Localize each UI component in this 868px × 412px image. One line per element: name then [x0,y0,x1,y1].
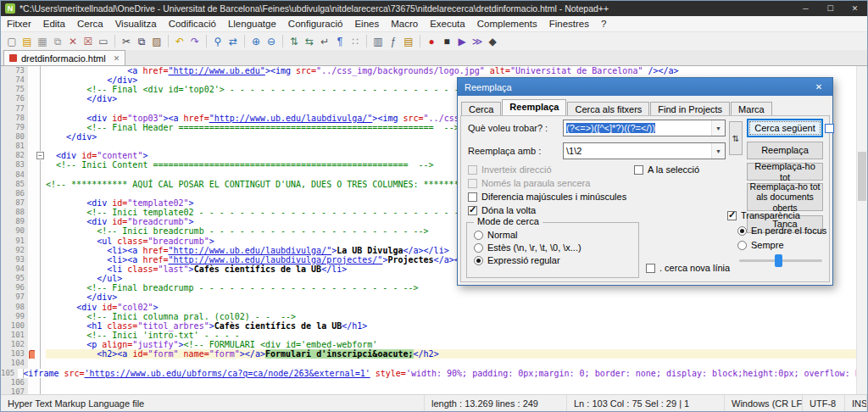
find-icon[interactable]: ⚲ [210,34,225,48]
code-line-97[interactable]: 97 </div> [1,292,867,302]
show-all-chars-icon[interactable]: ¶ [332,34,348,48]
menu-item-eines[interactable]: Eines [348,19,385,29]
tab-dretdinformacio[interactable]: dretdinformacio.html ✕ [3,50,125,65]
code-line-98[interactable]: 98 <div id="col02"> [1,303,867,312]
close-all-icon[interactable]: ☒ [81,34,96,48]
menu-item-executa[interactable]: Executa [424,19,471,29]
menu-bar: FitxerEditaCercaVisualitzaCodificacióLle… [1,16,867,32]
scrollbar-thumb[interactable] [858,152,866,201]
replace-all-open-docs-button[interactable]: Reemplaça-ho tot als documents oberts [747,183,823,211]
menu-item-?[interactable]: ? [595,19,612,29]
code-line-105[interactable]: 105 <iframe src='https://www.ub.edu/ubfo… [1,369,867,378]
transparency-on-focus-loss-radio[interactable]: En perdre el focus [737,225,826,236]
dialog-tab-reempla-a[interactable]: Reemplaça [502,99,566,116]
status-eol-format[interactable]: Windows (CR LF) [725,395,803,411]
two-button-mode-checkbox[interactable] [825,124,834,133]
save-all-icon[interactable]: ⧉ [50,34,65,48]
find-next-button[interactable]: Cerca següent [747,119,823,137]
menu-item-edita[interactable]: Edita [37,19,71,29]
dialog-close-icon[interactable]: ✕ [805,78,832,96]
find-what-combo[interactable]: (?<=>)([^<]*?)((?=</)) ▼ [563,120,726,136]
fold-margin[interactable]: − [35,151,46,160]
menu-item-fitxer[interactable]: Fitxer [1,19,37,29]
transparency-checkbox[interactable]: Transparència [727,210,800,220]
function-list-icon[interactable]: ƒ [386,34,401,48]
replace-all-button[interactable]: Reemplaça-ho tot [747,163,823,181]
transparency-always-radio[interactable]: Sempre [737,240,784,250]
sync-vertical-icon[interactable]: ⇅ [287,34,302,48]
menu-item-codificaci[interactable]: Codificació [163,19,222,29]
code-line-100[interactable]: 100 <h1 class="titol_arbres">Cafès cient… [1,321,867,331]
open-folder-icon[interactable]: ▤ [19,34,35,48]
change-margin [28,94,35,103]
print-icon[interactable]: ▭ [96,34,111,48]
match-case-checkbox[interactable]: Diferencia majúscules i minúscules [468,192,626,202]
in-selection-checkbox[interactable]: A la selecció [634,164,699,175]
wrap-around-checkbox[interactable]: Dóna la volta [468,205,536,215]
sync-horizontal-icon[interactable]: ⇆ [302,34,317,48]
dialog-tab-find-in-projects[interactable]: Find in Projects [650,102,730,116]
search-mode-extended-radio[interactable]: Estès (\n, \r, \t, \0, \x...) [474,242,638,253]
save-icon[interactable]: ▦ [35,34,50,48]
tab-close-icon[interactable]: ✕ [114,54,120,63]
paste-icon[interactable]: ▨ [149,34,164,48]
zoom-in-icon[interactable]: ⊕ [248,34,264,48]
redo-icon[interactable]: ↷ [187,34,203,48]
dialog-title-bar[interactable]: Reemplaça ✕ [458,78,832,96]
vertical-scrollbar[interactable] [856,66,867,394]
word-wrap-icon[interactable]: ↵ [317,34,332,48]
maximize-button[interactable]: ☐ [818,1,843,16]
slider-thumb[interactable] [775,254,782,267]
zoom-out-icon[interactable]: ⊖ [264,34,279,48]
dialog-tab-cerca-als-fitxers[interactable]: Cerca als fitxers [567,102,649,116]
replace-button[interactable]: Reemplaça [747,142,823,159]
dialog-tab-cerca[interactable]: Cerca [461,102,501,116]
code-line-107[interactable]: 107 [1,387,867,394]
code-token [46,217,86,226]
menu-item-finestres[interactable]: Finestres [543,19,595,29]
code-token: </li> [321,264,347,274]
code-line-73[interactable]: 73 <a href="http://www.ub.edu"><img src=… [1,66,867,75]
chevron-down-icon[interactable]: ▼ [711,143,725,159]
replace-icon[interactable]: ⇄ [225,34,241,48]
stop-macro-icon[interactable]: ■ [439,34,454,48]
search-mode-regex-radio[interactable]: Expressió regular [474,255,638,265]
code-line-106[interactable]: 106 [1,378,867,387]
dot-matches-newline-checkbox[interactable]: . cerca nova línia [646,263,730,273]
menu-item-cerca[interactable]: Cerca [71,19,109,29]
search-mode-normal-radio[interactable]: Normal [474,230,638,240]
close-file-icon[interactable]: ✕ [65,34,81,48]
new-file-icon[interactable]: ▢ [4,34,19,48]
status-insert-mode[interactable]: INS [845,395,867,411]
close-button[interactable]: ✕ [843,1,867,16]
cut-icon[interactable]: ✂ [119,34,134,48]
document-map-icon[interactable]: ▥ [370,34,386,48]
transparency-slider[interactable] [739,259,822,262]
folder-workspace-icon[interactable]: ▤ [401,34,416,48]
status-encoding[interactable]: UTF-8 [803,395,845,411]
play-macro-icon[interactable]: ▶ [454,34,470,48]
undo-icon[interactable]: ↶ [172,34,187,48]
save-macro-icon[interactable]: ◆ [485,34,500,48]
minimize-button[interactable]: ─ [793,1,818,16]
fold-collapse-icon[interactable]: − [36,152,44,159]
replace-with-combo[interactable]: \1\2 ▼ [563,142,726,159]
code-line-99[interactable]: 99 <!-- Inici columna pral. (col02) - - … [1,312,867,321]
code-line-101[interactable]: 101 <!-- Inici 'intro-txt' - - - - [1,331,867,340]
menu-item-macro[interactable]: Macro [385,19,424,29]
menu-item-llenguatge[interactable]: Llenguatge [222,19,282,29]
menu-item-visualitza[interactable]: Visualitza [109,19,163,29]
menu-item-configuraci[interactable]: Configuració [282,19,349,29]
record-macro-icon[interactable]: ● [424,34,439,48]
code-line-102[interactable]: 102 <p align="justify"><!-- FORMULARI <d… [1,340,867,349]
run-macro-multiple-icon[interactable]: ≫ [470,34,485,48]
code-text: <div id="col02"> [46,303,867,312]
swap-find-replace-button[interactable]: ⇅ [729,121,743,155]
code-line-103[interactable]: 103 <h2><a id="form" name="form"></a>For… [1,349,867,359]
chevron-down-icon[interactable]: ▼ [711,120,725,136]
indent-guide-icon[interactable]: ∷ [348,34,363,48]
menu-item-complements[interactable]: Complements [471,19,543,29]
dialog-tab-marca[interactable]: Marca [731,102,772,116]
code-line-104[interactable]: 104 [1,359,867,368]
copy-icon[interactable]: ⧉ [134,34,149,48]
